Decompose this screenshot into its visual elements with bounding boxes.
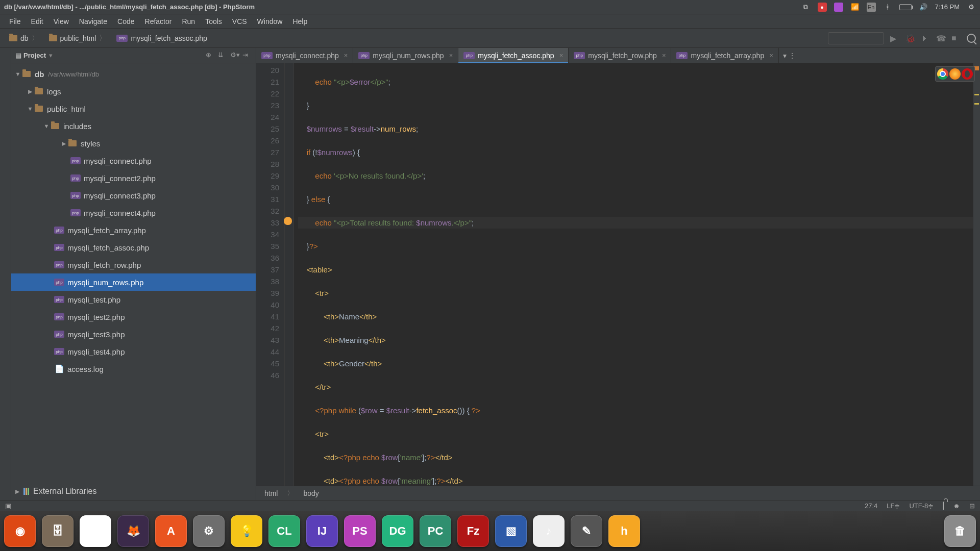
close-tab-icon[interactable]: × — [662, 52, 666, 59]
run-icon[interactable]: ▶ — [890, 34, 899, 43]
opera-icon[interactable] — [962, 68, 973, 80]
dock-app[interactable]: ⚙ — [193, 515, 225, 547]
editor-tab-active[interactable]: phpmysqli_fetch_assoc.php× — [458, 48, 569, 63]
tree-file[interactable]: phpmysqli_test.php — [11, 291, 256, 308]
fold-column[interactable] — [285, 63, 294, 486]
dock-app[interactable]: ♪ — [533, 515, 565, 547]
menu-tools[interactable]: Tools — [200, 17, 227, 26]
tree-file-selected[interactable]: phpmysqli_num_rows.php — [11, 273, 256, 291]
inspections-icon[interactable]: ☻ — [953, 502, 960, 510]
tree-folder-includes[interactable]: includes — [11, 117, 256, 135]
menu-refactor[interactable]: Refactor — [140, 17, 177, 26]
notification-icon[interactable]: ● — [818, 3, 827, 12]
keyboard-lang-icon[interactable]: En — [867, 3, 876, 12]
collapse-icon[interactable]: ⇊ — [218, 51, 227, 60]
tree-root[interactable]: db /var/www/html/db — [11, 65, 256, 83]
tab-overflow-icon[interactable]: ▾ ⋮ — [779, 48, 800, 63]
dock-trash[interactable]: 🗑 — [944, 515, 976, 547]
scroll-from-source-icon[interactable]: ⊕ — [206, 51, 215, 60]
dock-app[interactable]: 🗄 — [42, 515, 74, 547]
project-tree[interactable]: db /var/www/html/db logs public_html inc… — [11, 63, 256, 483]
close-tab-icon[interactable]: × — [559, 52, 564, 59]
hide-icon[interactable]: ⇥ — [242, 51, 252, 60]
code-editor[interactable]: echo "<p>$error</p>"; } $numrows = $resu… — [294, 63, 973, 486]
dock-app[interactable]: 🦊 — [117, 515, 149, 547]
editor-tab[interactable]: phpmysqli_connect.php× — [256, 48, 353, 63]
tree-folder-public-html[interactable]: public_html — [11, 100, 256, 117]
battery-icon[interactable] — [899, 4, 912, 10]
settings-gear-icon[interactable]: ⚙ — [967, 3, 976, 12]
coverage-icon[interactable]: ⏵ — [921, 34, 930, 43]
left-tool-strip[interactable] — [0, 48, 11, 500]
line-separator[interactable]: LF≑ — [887, 502, 900, 510]
menu-navigate[interactable]: Navigate — [74, 17, 112, 26]
wifi-icon[interactable]: 📶 — [850, 3, 860, 12]
settings-icon[interactable]: ⚙▾ — [230, 51, 239, 60]
bluetooth-icon[interactable]: ᚼ — [883, 3, 892, 12]
code-crumb[interactable]: body — [303, 489, 318, 497]
menu-file[interactable]: File — [4, 17, 26, 26]
dock-app[interactable]: PC — [420, 515, 451, 547]
dock-app[interactable]: DG — [382, 515, 413, 547]
tree-folder-styles[interactable]: styles — [11, 135, 256, 152]
editor-tab[interactable]: phpmysqli_fetch_row.php× — [569, 48, 671, 63]
line-gutter[interactable]: 2021222324252627282930313233343536373839… — [256, 63, 285, 486]
volume-icon[interactable]: 🔊 — [919, 3, 928, 12]
tree-file[interactable]: phpmysqli_connect2.php — [11, 169, 256, 187]
dock-app[interactable]: ✎ — [571, 515, 602, 547]
close-tab-icon[interactable]: × — [769, 52, 773, 59]
editor-tab[interactable]: phpmysqli_fetch_array.php× — [671, 48, 778, 63]
tree-file[interactable]: phpmysqli_connect4.php — [11, 204, 256, 221]
menu-view[interactable]: View — [48, 17, 74, 26]
tree-file[interactable]: phpmysqli_test2.php — [11, 308, 256, 325]
menu-run[interactable]: Run — [177, 17, 200, 26]
intention-bulb-icon[interactable] — [284, 217, 292, 225]
tree-file[interactable]: phpmysqli_fetch_row.php — [11, 256, 256, 273]
menu-edit[interactable]: Edit — [26, 17, 48, 26]
project-header[interactable]: ▤ Project ▾ ⊕ ⇊ ⚙▾ ⇥ — [11, 48, 256, 63]
tree-file[interactable]: 📄access.log — [11, 360, 256, 378]
stop-icon[interactable]: ■ — [951, 34, 961, 43]
menu-code[interactable]: Code — [112, 17, 139, 26]
external-libraries[interactable]: ▶ External Libraries — [11, 483, 256, 500]
listen-icon[interactable]: ☎ — [936, 34, 945, 43]
tree-file[interactable]: phpmysqli_test3.php — [11, 325, 256, 343]
dock-app[interactable]: 💡 — [231, 515, 262, 547]
menu-help[interactable]: Help — [287, 17, 312, 26]
breadcrumb[interactable]: db〉 — [4, 33, 44, 44]
tool-window-toggle-icon[interactable]: ▣ — [5, 502, 11, 510]
menu-window[interactable]: Window — [252, 17, 288, 26]
dock-app[interactable]: A — [155, 515, 187, 547]
run-config-select[interactable] — [828, 32, 884, 44]
chrome-icon[interactable] — [937, 68, 948, 80]
tree-file[interactable]: phpmysqli_test4.php — [11, 343, 256, 360]
app-indicator-icon[interactable] — [834, 3, 843, 12]
code-crumb[interactable]: html — [264, 489, 278, 497]
dock-app[interactable] — [80, 515, 111, 547]
dock-app[interactable]: CL — [268, 515, 300, 547]
editor-tab[interactable]: phpmysqli_num_rows.php× — [353, 48, 458, 63]
tree-folder-logs[interactable]: logs — [11, 83, 256, 100]
dock-app[interactable]: Fz — [457, 515, 489, 547]
dock-app[interactable]: PS — [344, 515, 376, 547]
tree-file[interactable]: phpmysqli_fetch_assoc.php — [11, 239, 256, 256]
search-icon[interactable] — [967, 34, 976, 43]
close-tab-icon[interactable]: × — [449, 52, 453, 59]
firefox-icon[interactable] — [949, 68, 961, 80]
breadcrumb[interactable]: public_html〉 — [44, 33, 112, 44]
dock-app[interactable]: h — [608, 515, 640, 547]
close-tab-icon[interactable]: × — [344, 52, 348, 59]
tree-file[interactable]: phpmysqli_fetch_array.php — [11, 221, 256, 239]
dropbox-icon[interactable]: ⧉ — [801, 3, 811, 12]
memory-icon[interactable]: ⊟ — [969, 502, 975, 510]
file-encoding[interactable]: UTF-8≑ — [909, 502, 934, 510]
clock[interactable]: 7:16 PM — [935, 3, 960, 11]
readonly-toggle-icon[interactable] — [943, 502, 944, 510]
breadcrumb[interactable]: phpmysqli_fetch_assoc.php — [111, 33, 212, 43]
dock-app[interactable]: ▧ — [495, 515, 527, 547]
cursor-position[interactable]: 27:4 — [865, 502, 877, 510]
error-stripe[interactable] — [973, 63, 980, 486]
tree-file[interactable]: phpmysqli_connect.php — [11, 152, 256, 169]
dock-app[interactable]: ◉ — [4, 515, 36, 547]
tree-file[interactable]: phpmysqli_connect3.php — [11, 187, 256, 204]
